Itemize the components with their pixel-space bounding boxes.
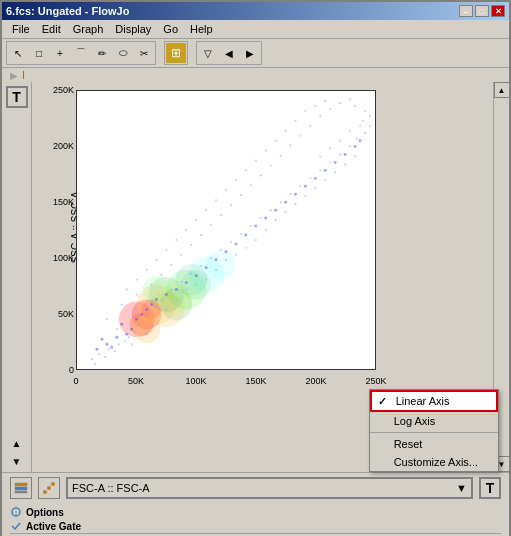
- tool-cross[interactable]: +: [50, 43, 70, 63]
- svg-point-20: [110, 346, 113, 349]
- menubar: File Edit Graph Display Go Help: [2, 20, 509, 39]
- layer-icon-button[interactable]: [10, 477, 32, 499]
- scroll-up-button[interactable]: ▲: [494, 82, 510, 98]
- svg-point-41: [284, 201, 287, 204]
- svg-point-87: [362, 120, 364, 122]
- menu-file[interactable]: File: [6, 22, 36, 36]
- svg-point-140: [190, 244, 192, 246]
- tool-next[interactable]: ▶: [240, 43, 260, 63]
- menu-help[interactable]: Help: [184, 22, 219, 36]
- svg-point-160: [359, 125, 361, 127]
- tool-ellipse[interactable]: ⬭: [113, 43, 133, 63]
- y-tick-250k: 250K: [53, 85, 74, 95]
- tool-grid[interactable]: ⊞: [166, 43, 186, 63]
- axis-t-button[interactable]: T: [479, 477, 501, 499]
- svg-point-145: [240, 194, 242, 196]
- svg-point-68: [200, 265, 202, 267]
- svg-point-39: [264, 217, 267, 220]
- svg-point-26: [145, 308, 148, 311]
- svg-point-82: [339, 154, 341, 156]
- svg-point-119: [195, 219, 197, 221]
- info-rows: i Options Active Gate: [2, 503, 509, 536]
- svg-point-36: [234, 242, 237, 245]
- svg-point-149: [280, 155, 282, 157]
- tool-pencil[interactable]: ✏: [92, 43, 112, 63]
- svg-point-133: [106, 318, 108, 320]
- axis-dropdown[interactable]: FSC-A :: FSC-A ▼: [66, 477, 473, 499]
- svg-point-51: [98, 353, 100, 355]
- menu-go[interactable]: Go: [157, 22, 184, 36]
- svg-point-62: [148, 310, 150, 312]
- svg-point-56: [114, 350, 116, 352]
- context-menu-item-customize[interactable]: Customize Axis...: [370, 453, 498, 471]
- svg-point-100: [245, 247, 247, 249]
- context-menu-item-reset[interactable]: Reset: [370, 435, 498, 453]
- svg-point-66: [180, 281, 182, 283]
- context-menu-item-log[interactable]: Log Axis: [370, 412, 498, 430]
- svg-point-83: [349, 146, 351, 148]
- svg-point-90: [146, 333, 148, 335]
- svg-point-57: [124, 340, 126, 342]
- checkmark-icon: ✓: [378, 395, 387, 408]
- svg-point-163: [329, 148, 331, 150]
- svg-point-46: [334, 161, 337, 164]
- svg-point-112: [126, 289, 128, 291]
- svg-point-78: [299, 185, 301, 187]
- main-window: 6.fcs: Ungated - FlowJo – □ ✕ File Edit …: [0, 0, 511, 536]
- svg-point-158: [364, 110, 366, 112]
- context-menu: ✓ Linear Axis Log Axis Reset Customize A…: [369, 389, 499, 472]
- svg-point-93: [175, 299, 177, 301]
- scroll-down-arrow[interactable]: ▼: [10, 454, 24, 468]
- svg-point-14: [175, 264, 207, 296]
- svg-point-49: [359, 139, 362, 142]
- scatter-icon-button[interactable]: [38, 477, 60, 499]
- svg-point-69: [210, 257, 212, 259]
- t-button[interactable]: T: [6, 86, 28, 108]
- minimize-button[interactable]: –: [459, 5, 473, 17]
- svg-point-169: [47, 486, 51, 490]
- graph-canvas[interactable]: [76, 90, 376, 370]
- svg-point-131: [314, 105, 316, 107]
- toolbar: ↖ □ + ⌒ ✏ ⬭ ✂ ⊞ ▽ ◀ ▶: [2, 39, 509, 68]
- scroll-up-arrow[interactable]: ▲: [10, 436, 24, 450]
- active-gate-icon: [10, 520, 22, 532]
- context-menu-separator: [370, 432, 498, 433]
- svg-point-123: [235, 179, 237, 181]
- svg-point-33: [205, 266, 208, 269]
- svg-point-151: [299, 135, 301, 137]
- sub-toolbar-indicator: ▶: [10, 70, 18, 81]
- svg-point-85: [364, 132, 366, 134]
- tool-arrow[interactable]: ↖: [8, 43, 28, 63]
- svg-point-86: [369, 125, 371, 127]
- menu-edit[interactable]: Edit: [36, 22, 67, 36]
- tool-dropdown[interactable]: ▽: [198, 43, 218, 63]
- scatter-plot: [77, 91, 375, 369]
- svg-point-71: [230, 241, 232, 243]
- tool-scissors[interactable]: ✂: [134, 43, 154, 63]
- svg-point-137: [160, 274, 162, 276]
- svg-text:i: i: [15, 509, 17, 516]
- tool-group-playback: ▽ ◀ ▶: [196, 41, 262, 65]
- svg-point-35: [225, 250, 228, 253]
- menu-display[interactable]: Display: [109, 22, 157, 36]
- tool-rect[interactable]: □: [29, 43, 49, 63]
- svg-point-18: [100, 338, 103, 341]
- customize-axis-label: Customize Axis...: [394, 456, 478, 468]
- svg-point-168: [43, 490, 47, 494]
- y-tick-150k: 150K: [53, 197, 74, 207]
- svg-point-162: [339, 140, 341, 142]
- tool-curve[interactable]: ⌒: [71, 43, 91, 63]
- close-button[interactable]: ✕: [491, 5, 505, 17]
- y-tick-200k: 200K: [53, 141, 74, 151]
- maximize-button[interactable]: □: [475, 5, 489, 17]
- svg-point-38: [254, 225, 257, 228]
- tool-prev[interactable]: ◀: [219, 43, 239, 63]
- svg-point-95: [195, 284, 197, 286]
- svg-point-37: [244, 233, 247, 236]
- svg-point-40: [274, 209, 277, 212]
- svg-point-108: [324, 179, 326, 181]
- context-menu-item-linear[interactable]: ✓ Linear Axis: [370, 390, 498, 412]
- svg-point-73: [250, 225, 252, 227]
- menu-graph[interactable]: Graph: [67, 22, 110, 36]
- svg-point-159: [369, 115, 371, 117]
